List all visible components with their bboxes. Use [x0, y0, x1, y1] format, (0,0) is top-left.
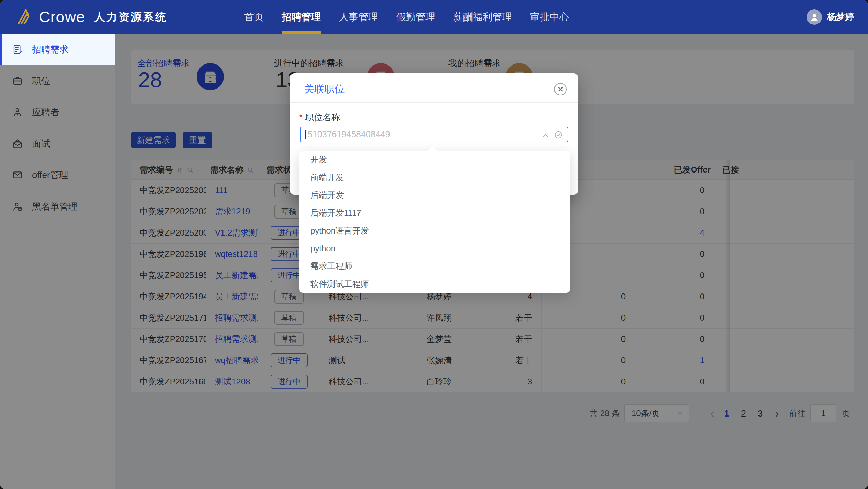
sidebar-item-label: 招聘需求	[32, 44, 68, 56]
user-name: 杨梦婷	[827, 11, 854, 23]
app-header: Crowe 人力资源系统 首页招聘管理人事管理假勤管理薪酬福利管理审批中心 杨梦…	[0, 0, 868, 34]
chevron-up-icon[interactable]	[541, 131, 550, 140]
modal-divider	[290, 102, 578, 103]
required-mark: *	[299, 113, 302, 122]
modal-close-icon[interactable]: ×	[554, 83, 567, 95]
dropdown-option[interactable]: 前端开发	[299, 168, 570, 186]
position-name-input[interactable]: 51037619458408449	[300, 127, 568, 142]
dropdown-option[interactable]: 开发	[299, 151, 570, 168]
dropdown-option[interactable]: 后端开发1117	[299, 204, 570, 222]
nav-item[interactable]: 薪酬福利管理	[453, 0, 512, 34]
app-window: Crowe 人力资源系统 首页招聘管理人事管理假勤管理薪酬福利管理审批中心 杨梦…	[0, 0, 868, 489]
position-options-dropdown: 开发前端开发后端开发后端开发1117python语言开发python需求工程师软…	[299, 151, 570, 293]
sidebar-item[interactable]: 招聘需求	[0, 34, 115, 65]
position-name-label: *职位名称	[299, 112, 340, 123]
app-title: 人力资源系统	[94, 0, 167, 34]
dropdown-option[interactable]: 软件测试工程师	[299, 275, 570, 293]
modal-mask-sidebar	[0, 65, 115, 489]
text-cursor	[305, 130, 306, 139]
main-nav: 首页招聘管理人事管理假勤管理薪酬福利管理审批中心	[244, 0, 569, 34]
sidebar-item-icon	[12, 44, 23, 55]
desktop-background: Crowe 人力资源系统 首页招聘管理人事管理假勤管理薪酬福利管理审批中心 杨梦…	[0, 0, 868, 489]
modal-title: 关联职位	[304, 82, 345, 96]
nav-item[interactable]: 假勤管理	[396, 0, 435, 34]
crowe-logo-icon	[16, 6, 36, 26]
check-circle-icon	[554, 130, 563, 139]
user-avatar-icon	[807, 9, 822, 25]
nav-item[interactable]: 人事管理	[339, 0, 378, 34]
position-name-input-text: 51037619458408449	[308, 127, 390, 142]
dropdown-option[interactable]: python	[299, 239, 570, 257]
dropdown-option[interactable]: 需求工程师	[299, 257, 570, 275]
brand-wordmark: Crowe	[39, 0, 85, 34]
nav-item[interactable]: 招聘管理	[282, 0, 321, 34]
dropdown-option[interactable]: python语言开发	[299, 222, 570, 239]
nav-item[interactable]: 审批中心	[530, 0, 569, 34]
dropdown-option[interactable]: 后端开发	[299, 186, 570, 204]
user-menu[interactable]: 杨梦婷	[807, 0, 854, 34]
nav-item[interactable]: 首页	[244, 0, 264, 34]
